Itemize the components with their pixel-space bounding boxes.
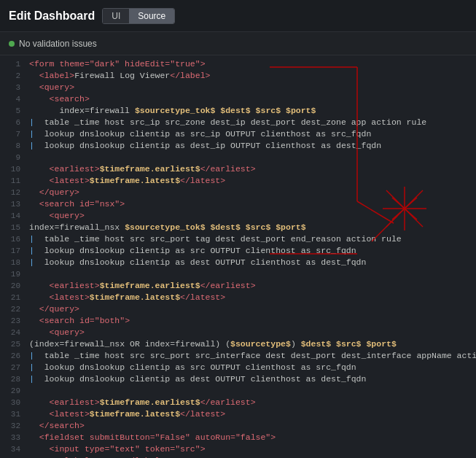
line-number: 13: [0, 198, 26, 210]
code-line: 25(index=firewall_nsx OR index=firewall)…: [0, 338, 476, 350]
line-content: | lookup dnslookup clientip as src OUTPU…: [26, 245, 476, 257]
line-content: | lookup dnslookup clientip as src_ip OU…: [26, 128, 476, 140]
code-line: 14 <query>: [0, 210, 476, 222]
line-content: [26, 385, 476, 397]
line-content: <query>: [26, 82, 476, 93]
code-line: 34 <input type="text" token="src">: [0, 443, 476, 455]
code-line: 30 <earliest>$timeframe.earliest$</earli…: [0, 397, 476, 408]
line-number: 12: [0, 187, 26, 198]
line-content: <label>Firewall Log Viewer</label>: [26, 70, 476, 82]
line-number: 4: [0, 93, 26, 105]
line-number: 21: [0, 292, 26, 303]
line-number: 27: [0, 362, 26, 373]
code-line: 17| lookup dnslookup clientip as src OUT…: [0, 245, 476, 257]
validation-bar: No validation issues: [0, 32, 476, 55]
code-line: 3 <query>: [0, 82, 476, 93]
line-number: 33: [0, 432, 26, 443]
line-number: 32: [0, 420, 26, 432]
line-number: 28: [0, 373, 26, 385]
line-number: 7: [0, 128, 26, 140]
code-line: 5 index=firewall $sourcetype_tok$ $dest$…: [0, 105, 476, 117]
line-number: 11: [0, 175, 26, 187]
line-content: [26, 152, 476, 163]
tab-source[interactable]: Source: [129, 9, 174, 23]
code-line: 29: [0, 385, 476, 397]
line-content: <latest>$timeframe.latest$</latest>: [26, 408, 476, 420]
line-number: 26: [0, 350, 26, 362]
header: Edit Dashboard UI Source: [0, 0, 476, 32]
code-line: 13 <search id="nsx">: [0, 198, 476, 210]
code-line: 31 <latest>$timeframe.latest$</latest>: [0, 408, 476, 420]
line-number: 20: [0, 280, 26, 292]
code-line: 19: [0, 268, 476, 280]
code-line: 24 <query>: [0, 327, 476, 338]
line-number: 18: [0, 257, 26, 268]
line-number: 35: [0, 455, 26, 458]
line-number: 8: [0, 140, 26, 152]
line-content: index=firewall $sourcetype_tok$ $dest$ $…: [26, 105, 476, 117]
line-number: 25: [0, 338, 26, 350]
line-content: | table _time host src src_port src_inte…: [26, 350, 476, 362]
line-content: <fieldset submitButton="False" autoRun="…: [26, 432, 476, 443]
line-number: 1: [0, 58, 26, 70]
line-number: 2: [0, 70, 26, 82]
line-content: </query>: [26, 303, 476, 315]
tab-ui[interactable]: UI: [103, 9, 129, 23]
line-content: <earliest>$timeframe.earliest$</earliest…: [26, 280, 476, 292]
line-content: <search id="nsx">: [26, 198, 476, 210]
line-content: | table _time host src_ip src_zone dest_…: [26, 117, 476, 128]
page-title: Edit Dashboard: [9, 9, 95, 23]
line-content: | lookup dnslookup clientip as dest OUTP…: [26, 257, 476, 268]
code-line: 32 </search>: [0, 420, 476, 432]
line-content: <earliest>$timeframe.earliest$</earliest…: [26, 397, 476, 408]
validation-status-icon: [9, 41, 15, 47]
line-content: </query>: [26, 187, 476, 198]
line-content: <form theme="dark" hideEdit="true">: [26, 58, 476, 70]
line-content: <search id="both">: [26, 315, 476, 327]
code-line: 12 </query>: [0, 187, 476, 198]
line-content: index=firewall_nsx $sourcetype_tok$ $des…: [26, 222, 476, 233]
line-content: <search>: [26, 93, 476, 105]
line-number: 19: [0, 268, 26, 280]
code-line: 16| table _time host src src_port tag de…: [0, 233, 476, 245]
line-content: | lookup dnslookup clientip as src OUTPU…: [26, 362, 476, 373]
code-line: 8| lookup dnslookup clientip as dest_ip …: [0, 140, 476, 152]
line-content: | table _time host src src_port tag dest…: [26, 233, 476, 245]
line-content: <latest>$timeframe.latest$</latest>: [26, 292, 476, 303]
line-content: | lookup dnslookup clientip as dest OUTP…: [26, 373, 476, 385]
line-content: <latest>$timeframe.latest$</latest>: [26, 175, 476, 187]
line-content: <query>: [26, 327, 476, 338]
tab-group: UI Source: [102, 8, 175, 24]
validation-message: No validation issues: [19, 39, 97, 49]
code-line: 6| table _time host src_ip src_zone dest…: [0, 117, 476, 128]
line-number: 30: [0, 397, 26, 408]
line-number: 17: [0, 245, 26, 257]
line-number: 3: [0, 82, 26, 93]
line-number: 31: [0, 408, 26, 420]
line-number: 9: [0, 152, 26, 163]
code-line: 22 </query>: [0, 303, 476, 315]
code-line: 26| table _time host src src_port src_in…: [0, 350, 476, 362]
code-line: 7| lookup dnslookup clientip as src_ip O…: [0, 128, 476, 140]
line-content: | lookup dnslookup clientip as dest_ip O…: [26, 140, 476, 152]
code-line: 11 <latest>$timeframe.latest$</latest>: [0, 175, 476, 187]
line-number: 15: [0, 222, 26, 233]
line-number: 29: [0, 385, 26, 397]
line-number: 16: [0, 233, 26, 245]
code-line: 27| lookup dnslookup clientip as src OUT…: [0, 362, 476, 373]
code-line: 23 <search id="both">: [0, 315, 476, 327]
code-editor[interactable]: 1<form theme="dark" hideEdit="true">2 <l…: [0, 55, 476, 458]
code-line: 2 <label>Firewall Log Viewer</label>: [0, 70, 476, 82]
line-content: [26, 268, 476, 280]
line-number: 23: [0, 315, 26, 327]
line-number: 14: [0, 210, 26, 222]
code-line: 28| lookup dnslookup clientip as dest OU…: [0, 373, 476, 385]
line-number: 10: [0, 163, 26, 175]
line-number: 6: [0, 117, 26, 128]
code-line: 18| lookup dnslookup clientip as dest OU…: [0, 257, 476, 268]
line-content: </search>: [26, 420, 476, 432]
line-number: 24: [0, 327, 26, 338]
line-content: <earliest>$timeframe.earliest$</earliest…: [26, 163, 476, 175]
line-content: (index=firewall_nsx OR index=firewall) (…: [26, 338, 476, 350]
code-line: 4 <search>: [0, 93, 476, 105]
